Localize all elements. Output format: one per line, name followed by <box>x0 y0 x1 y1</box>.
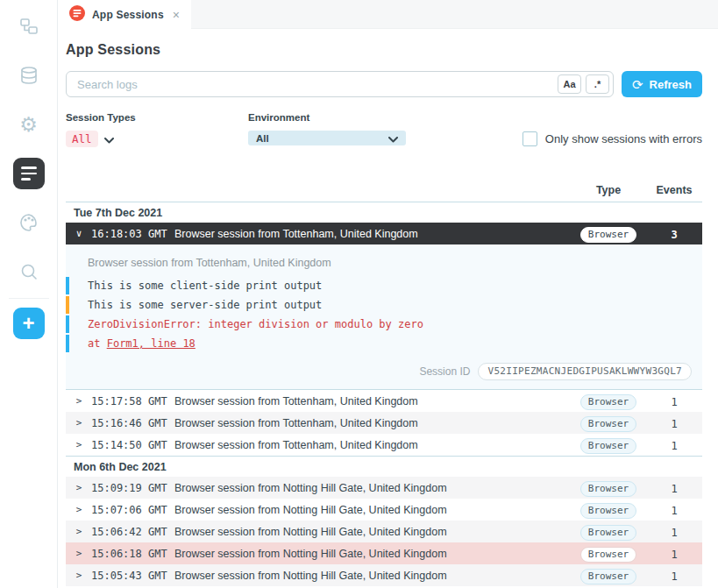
regex-button[interactable]: .* <box>586 74 609 94</box>
type-column-header: Type <box>571 184 646 196</box>
session-time: 15:16:46 GMT <box>91 417 168 429</box>
environment-filter: Environment All <box>248 112 523 147</box>
type-badge: Browser <box>580 227 636 243</box>
events-cell: 1 <box>646 502 702 518</box>
chevron-right-icon[interactable]: > <box>73 482 85 493</box>
events-count: 1 <box>671 549 677 561</box>
sessions-table: Type Events Tue 7th Dec 2021∨16:18:03 GM… <box>66 179 702 588</box>
session-title: Browser session from Notting Hill Gate, … <box>174 526 571 538</box>
logs-circle-icon <box>69 5 85 25</box>
session-row[interactable]: >15:06:42 GMTBrowser session from Nottin… <box>66 521 702 542</box>
events-cell: 1 <box>646 524 702 540</box>
events-column-header: Events <box>646 184 702 196</box>
session-row[interactable]: >15:17:58 GMTBrowser session from Totten… <box>66 390 702 412</box>
session-title: Browser session from Notting Hill Gate, … <box>174 570 571 582</box>
session-title: Browser session from Tottenham, United K… <box>174 439 571 451</box>
session-id-row: Session IDV52IIPEZMACNJEDGIPUSAKLWWYW3GQ… <box>66 354 702 389</box>
events-count: 1 <box>671 570 677 583</box>
type-cell: Browser <box>571 523 646 541</box>
session-time: 16:18:03 GMT <box>91 228 168 240</box>
refresh-label: Refresh <box>650 78 692 91</box>
chevron-right-icon[interactable]: > <box>73 417 85 429</box>
type-cell: Browser <box>571 436 646 454</box>
type-badge: Browser <box>580 569 636 584</box>
database-icon[interactable] <box>13 60 45 91</box>
events-cell: 1 <box>646 546 702 562</box>
session-title: Browser session from Notting Hill Gate, … <box>174 504 571 516</box>
match-case-button[interactable]: Aa <box>558 74 581 94</box>
session-row[interactable]: >15:16:46 GMTBrowser session from Totten… <box>66 412 702 434</box>
session-time: 15:14:50 GMT <box>91 439 168 451</box>
session-row[interactable]: >15:06:18 GMTBrowser session from Nottin… <box>66 542 702 564</box>
chevron-right-icon[interactable]: > <box>73 548 85 559</box>
session-title: Browser session from Notting Hill Gate, … <box>174 548 571 560</box>
type-badge: Browser <box>580 503 636 519</box>
type-badge: Browser <box>580 547 636 563</box>
log-line: at Form1, line 18 <box>66 335 702 352</box>
log-line: This is some client-side print output <box>66 277 702 294</box>
session-id-value[interactable]: V52IIPEZMACNJEDGIPUSAKLWWYW3GQL7 <box>478 363 692 380</box>
chevron-right-icon[interactable]: > <box>73 504 85 515</box>
session-types-dropdown[interactable]: All <box>66 131 248 147</box>
stack-trace-link[interactable]: Form1, line 18 <box>107 337 195 350</box>
page-content: App Sessions Aa .* ⟳ Refresh Session Typ… <box>58 29 718 588</box>
session-row[interactable]: >15:07:06 GMTBrowser session from Nottin… <box>66 499 702 521</box>
chevron-right-icon[interactable]: > <box>73 526 85 537</box>
session-row[interactable]: >15:05:43 GMTBrowser session from Nottin… <box>66 564 702 586</box>
events-cell: 1 <box>646 393 702 409</box>
type-badge: Browser <box>580 438 636 454</box>
plus-icon[interactable]: + <box>13 308 45 339</box>
events-count: 1 <box>671 418 677 430</box>
search-input[interactable] <box>77 78 553 91</box>
events-count: 1 <box>671 483 677 495</box>
chevron-right-icon[interactable]: > <box>73 439 85 450</box>
type-cell: Browser <box>571 545 646 563</box>
type-badge: Browser <box>580 416 636 432</box>
events-count: 1 <box>671 527 677 539</box>
events-cell: 1 <box>646 480 702 496</box>
type-cell: Browser <box>571 501 646 519</box>
filters-row: Session Types All Environment All <box>66 112 702 147</box>
events-count: 1 <box>671 440 677 452</box>
gear-icon[interactable]: ⚙ <box>13 109 45 140</box>
expanded-session-panel: Browser session from Tottenham, United K… <box>66 244 702 390</box>
session-time: 15:05:43 GMT <box>91 570 168 582</box>
tab-app-sessions[interactable]: App Sessions × <box>58 0 191 29</box>
session-types-filter: Session Types All <box>66 112 248 147</box>
search-icon[interactable] <box>13 256 45 287</box>
events-count: 1 <box>671 396 677 408</box>
session-time: 15:06:18 GMT <box>91 548 168 560</box>
session-time: 15:17:58 GMT <box>91 395 168 407</box>
session-row[interactable]: ∨16:18:03 GMTBrowser session from Totten… <box>66 223 702 244</box>
date-group-header: Mon 6th Dec 2021 <box>66 456 702 477</box>
events-cell: 3 <box>646 226 702 242</box>
environment-select[interactable]: All <box>248 131 406 145</box>
session-title: Browser session from Tottenham, United K… <box>174 417 571 429</box>
session-time: 15:09:19 GMT <box>91 482 168 494</box>
sessions-table-body: Tue 7th Dec 2021∨16:18:03 GMTBrowser ses… <box>66 202 702 588</box>
hierarchy-icon[interactable] <box>13 11 45 42</box>
refresh-button[interactable]: ⟳ Refresh <box>622 71 702 97</box>
session-time: 15:06:42 GMT <box>91 526 168 538</box>
palette-icon[interactable] <box>13 207 45 238</box>
tab-bar: App Sessions × <box>58 0 718 29</box>
expanded-session-title: Browser session from Tottenham, United K… <box>66 250 702 277</box>
environment-value: All <box>256 133 388 144</box>
session-row[interactable]: >15:14:50 GMTBrowser session from Totten… <box>66 434 702 456</box>
session-time: 15:07:06 GMT <box>91 504 168 516</box>
events-count: 1 <box>671 505 677 517</box>
events-count: 3 <box>671 229 677 241</box>
events-cell: 1 <box>646 437 702 453</box>
sessions-table-header: Type Events <box>66 179 702 202</box>
app-logs-icon[interactable] <box>13 158 45 189</box>
close-icon[interactable]: × <box>173 8 180 22</box>
session-title: Browser session from Tottenham, United K… <box>174 228 571 240</box>
chevron-down-icon[interactable]: ∨ <box>73 228 85 239</box>
date-group-header: Tue 7th Dec 2021 <box>66 202 702 223</box>
chevron-right-icon[interactable]: > <box>73 570 85 581</box>
errors-only-filter[interactable]: Only show sessions with errors <box>523 112 702 147</box>
type-cell: Browser <box>571 393 646 410</box>
session-row[interactable]: >15:09:19 GMTBrowser session from Nottin… <box>66 477 702 499</box>
chevron-right-icon[interactable]: > <box>73 395 85 407</box>
errors-only-checkbox[interactable] <box>523 131 537 146</box>
